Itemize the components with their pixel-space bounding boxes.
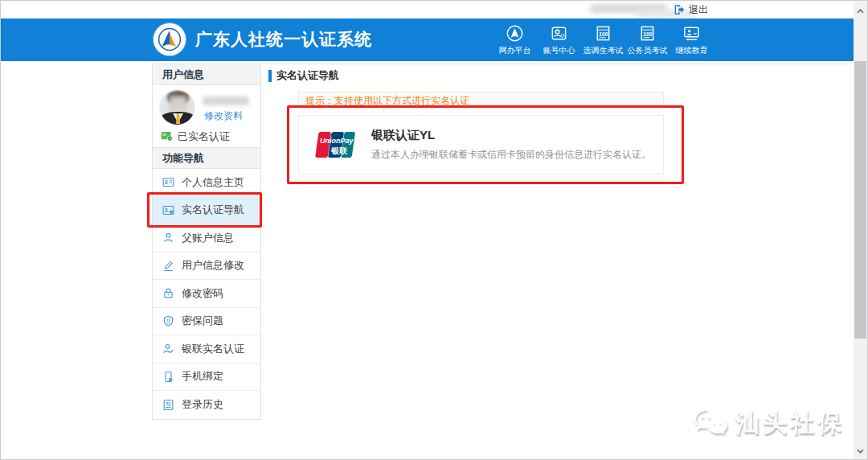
unionpay-logo-icon: UnionPay 银联	[313, 129, 355, 160]
browser-top-strip: 退出	[1, 1, 855, 18]
nav-label: 选调生考试	[583, 45, 624, 56]
sidebar-item-phone-binding[interactable]: 手机绑定	[153, 363, 260, 392]
sidebar-item-label: 父账户信息	[182, 231, 234, 245]
sidebar-item-label: 个人信息主页	[182, 175, 244, 190]
lock-icon	[162, 286, 175, 300]
scrollbar-up-arrow[interactable]	[854, 4, 867, 18]
person-icon	[162, 231, 175, 244]
verified-label: 已实名认证	[178, 129, 230, 144]
sidebar-user-section-header: 用户信息	[153, 64, 260, 85]
phone-icon	[162, 370, 175, 384]
wechat-icon	[694, 409, 729, 439]
header-nav: 网办平台 账号中心 100 选调生考试	[493, 21, 714, 59]
education-icon	[682, 24, 701, 43]
sidebar-item-label: 密保问题	[182, 314, 223, 328]
sidebar-item-personal-info-home[interactable]: 个人信息主页	[153, 169, 260, 197]
edit-profile-link[interactable]: 修改资料	[204, 109, 243, 123]
nav-label: 网办平台	[499, 45, 531, 56]
main-content: 实名认证导航 提示：支持使用以下方式进行实名认证 UnionPay 银联 银联认…	[261, 64, 855, 460]
nav-item-online-portal[interactable]: 网办平台	[493, 24, 537, 56]
portal-icon	[506, 24, 524, 43]
sidebar-item-unionpay-realname-auth[interactable]: 银联实名认证	[153, 335, 260, 363]
app-title: 广东人社统一认证系统	[195, 28, 372, 51]
auth-card-icon	[162, 203, 175, 217]
gdhrss-logo-icon	[154, 23, 186, 55]
shield-icon	[162, 314, 175, 328]
card-text: 银联认证YL 通过本人办理银联储蓄卡或信用卡预留的身份信息进行实名认证。	[371, 128, 651, 162]
nav-item-account-center[interactable]: 账号中心	[537, 24, 581, 56]
redacted-user-name	[203, 97, 249, 105]
nav-label: 账号中心	[543, 45, 575, 56]
sidebar-item-label: 银联实名认证	[182, 342, 244, 356]
card-title: 银联认证YL	[371, 128, 651, 143]
card-description: 通过本人办理银联储蓄卡或信用卡预留的身份信息进行实名认证。	[371, 148, 651, 162]
logout-label: 退出	[689, 3, 708, 17]
sidebar-item-realname-auth-nav[interactable]: 实名认证导航	[153, 197, 260, 225]
verified-badge-icon	[161, 131, 173, 142]
exam-100-icon: 100	[638, 24, 657, 43]
page-title: 实名认证导航	[276, 68, 339, 83]
vertical-scrollbar[interactable]	[854, 1, 867, 460]
sidebar-item-user-info-edit[interactable]: 用户信息修改	[153, 253, 260, 281]
avatar	[159, 89, 195, 125]
account-center-icon	[550, 24, 568, 43]
sidebar-nav-section-header: 功能导航	[153, 148, 260, 169]
watermark-text: 汕头社保	[735, 407, 845, 440]
person-check-icon	[162, 342, 175, 355]
sidebar: 用户信息 修改资料 已实名认证 功能导航	[152, 64, 261, 420]
nav-item-civil-servant-exam[interactable]: 100 公务员考试	[625, 24, 669, 56]
sidebar-item-label: 修改密码	[182, 286, 223, 301]
scrollbar-down-arrow[interactable]	[854, 444, 867, 458]
pencil-icon	[162, 259, 175, 273]
sidebar-item-parent-account-info[interactable]: 父账户信息	[153, 224, 260, 253]
sidebar-item-login-history[interactable]: 登录历史	[153, 391, 260, 419]
notice-text: 提示：支持使用以下方式进行实名认证	[305, 94, 469, 108]
app-window: 退出 广东人社统一认证系统 网办平台	[0, 0, 868, 460]
sidebar-item-label: 手机绑定	[182, 369, 223, 384]
svg-text:100: 100	[599, 31, 608, 37]
realname-verified-status: 已实名认证	[153, 125, 260, 148]
nav-item-xuandiaosheng-exam[interactable]: 100 选调生考试	[581, 24, 625, 56]
sidebar-item-change-password[interactable]: 修改密码	[153, 280, 260, 308]
history-icon	[162, 398, 175, 412]
nav-item-continuing-education[interactable]: 继续教育	[669, 24, 714, 56]
logout-button[interactable]: 退出	[673, 2, 708, 17]
unionpay-auth-card[interactable]: UnionPay 银联 银联认证YL 通过本人办理银联储蓄卡或信用卡预留的身份信…	[298, 115, 664, 175]
page-title-row: 实名认证导航	[268, 68, 339, 83]
id-card-icon	[162, 175, 175, 189]
sidebar-item-label: 登录历史	[182, 397, 223, 412]
app-header: 广东人社统一认证系统 网办平台 账号中心	[1, 18, 855, 61]
notice-bar: 提示：支持使用以下方式进行实名认证	[298, 92, 664, 109]
user-card: 修改资料	[153, 85, 260, 125]
exam-100-icon: 100	[594, 24, 612, 43]
nav-label: 继续教育	[676, 45, 708, 56]
brand: 广东人社统一认证系统	[154, 23, 372, 55]
logout-door-icon	[673, 3, 686, 16]
title-accent-bar	[268, 70, 272, 82]
sidebar-item-security-question[interactable]: 密保问题	[153, 308, 260, 336]
svg-text:100: 100	[643, 31, 652, 37]
sidebar-item-label: 实名认证导航	[182, 203, 244, 217]
svg-text:银联: 银联	[330, 146, 348, 155]
sidebar-item-label: 用户信息修改	[182, 258, 244, 273]
nav-label: 公务员考试	[628, 45, 668, 56]
scrollbar-thumb[interactable]	[854, 61, 866, 339]
svg-text:UnionPay: UnionPay	[320, 137, 354, 145]
watermark: 汕头社保	[694, 407, 845, 440]
